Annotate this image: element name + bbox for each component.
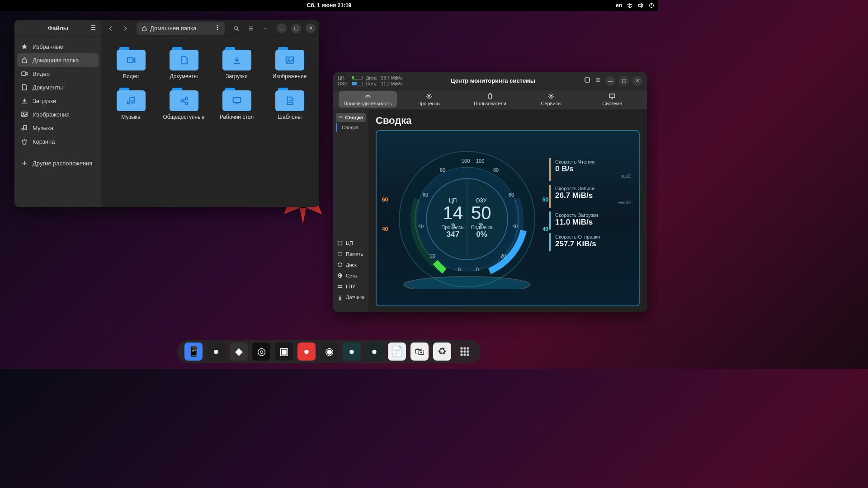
sidebar-item-video[interactable]: Видео [14, 67, 101, 80]
forward-button[interactable] [119, 23, 131, 34]
tick: 100 [462, 158, 470, 164]
lang-indicator[interactable]: en [616, 2, 622, 9]
left-nav-4[interactable]: ГПУ [333, 281, 368, 292]
dock-app-red[interactable]: ● [297, 343, 316, 361]
sidebar-item-label: Корзина [33, 138, 55, 145]
volume-icon[interactable] [637, 2, 644, 9]
image-icon [21, 111, 28, 118]
system-monitor-window: ЦП: Диск:26.7 MiB/s ОЗУ: Сеть:11.2 MiB/s… [333, 72, 647, 312]
left-nav-5[interactable]: Датчики [333, 292, 368, 303]
nav-label: Диск [346, 262, 357, 267]
svg-rect-19 [233, 98, 241, 103]
search-button[interactable] [231, 23, 242, 34]
gauge-panel: 100 100 80 80 60 60 40 40 20 20 0 0 ЦП [376, 130, 640, 306]
folder-desktop[interactable]: Рабочий стол [212, 86, 262, 120]
stat-label: ЦП: [338, 75, 348, 80]
folder-download[interactable]: Загрузки [212, 45, 262, 80]
view-button[interactable] [245, 23, 257, 34]
dock-office[interactable]: 📄 [388, 343, 406, 361]
menu-icon[interactable] [594, 76, 602, 85]
minimize-button[interactable]: — [605, 76, 615, 86]
left-nav-1[interactable]: Память [333, 249, 368, 259]
dock-steam[interactable]: ◉ [320, 343, 338, 361]
monitor-icon [609, 93, 616, 100]
info-item: Скорость Загрузки11.0 MiB/s [549, 211, 631, 230]
sidebar-item-download[interactable]: Загрузки [14, 94, 101, 108]
dock-obs[interactable]: ◎ [252, 343, 270, 361]
sidebar-item-label: Изображения [33, 111, 70, 118]
sidebar-item-trash[interactable]: Корзина [14, 135, 101, 148]
svg-point-21 [428, 95, 430, 97]
tick: 0 [476, 267, 479, 272]
folder-template[interactable]: Шаблоны [264, 86, 315, 120]
svg-point-37 [467, 347, 469, 349]
kebab-icon[interactable] [214, 24, 221, 32]
close-button[interactable]: ✕ [306, 23, 316, 33]
tab-monitor[interactable]: Система [583, 91, 642, 108]
dock-apps-grid[interactable] [456, 343, 474, 361]
sidebar-item-star[interactable]: Избранные [14, 40, 101, 53]
summary-sub[interactable]: Сводка [336, 123, 366, 132]
folder-icon [117, 45, 146, 70]
nav-icon [337, 262, 343, 268]
tab-gear[interactable]: Процессы [400, 91, 458, 108]
maximize-button[interactable]: ▢ [291, 23, 301, 33]
sidebar-item-doc[interactable]: Документы [14, 80, 101, 94]
gauge-value: 50 [471, 204, 491, 222]
dock-recycle[interactable]: ♻ [433, 343, 451, 361]
sidebar-item-music[interactable]: Музыка [14, 121, 101, 135]
folder-share[interactable]: Общедоступные [159, 86, 209, 120]
folder-icon [222, 45, 251, 70]
nav-label: Датчики [346, 295, 364, 300]
folder-image[interactable]: Изображения [264, 45, 315, 80]
dock-store[interactable]: 🛍 [410, 343, 429, 361]
maximize-button[interactable]: ▢ [619, 76, 629, 86]
tab-label: Процессы [417, 101, 440, 106]
close-button[interactable]: ✕ [632, 76, 642, 86]
content-heading: Сводка [376, 115, 640, 127]
minimize-button[interactable]: — [277, 23, 287, 33]
music-icon [21, 124, 28, 131]
sidebar-item-label: Избранные [33, 43, 63, 50]
folder-video[interactable]: Видео [106, 45, 156, 80]
nav-icon [337, 283, 343, 290]
power-icon[interactable] [648, 2, 655, 9]
fm-sidebar: Файлы ИзбранныеДомашняя папкаВидеоДокуме… [14, 20, 101, 207]
left-nav-2[interactable]: Диск [333, 259, 368, 270]
left-nav-0[interactable]: ЦП [333, 238, 368, 249]
svg-rect-25 [338, 241, 342, 245]
svg-point-41 [461, 354, 462, 356]
dock-app-teal[interactable]: ● [343, 343, 361, 361]
sidebar-item-label: Загрузки [33, 98, 56, 104]
nav-label: Память [346, 251, 363, 257]
tab-speed[interactable]: Производительность [339, 91, 397, 108]
summary-pill[interactable]: Сводка [336, 113, 366, 122]
stat-label: Диск: [366, 75, 377, 80]
search-icon[interactable] [584, 76, 591, 85]
sidebar-item-home[interactable]: Домашняя папка [17, 53, 99, 67]
left-nav-3[interactable]: Сеть [333, 270, 368, 281]
folder-doc[interactable]: Документы [159, 45, 209, 80]
tab-label: Сервисы [541, 101, 561, 106]
download-icon [21, 97, 28, 104]
dock-browser[interactable]: ● [207, 343, 225, 361]
tab-gear[interactable]: Сервисы [522, 91, 580, 108]
gauge-value: 0% [471, 230, 493, 239]
back-button[interactable] [105, 23, 117, 34]
folder-music[interactable]: Музыка [106, 86, 156, 120]
sidebar-item-image[interactable]: Изображения [14, 108, 101, 121]
path-bar[interactable]: Домашняя папка [137, 22, 225, 35]
svg-point-43 [467, 354, 469, 356]
info-value: 26.7 MiB/s [555, 191, 631, 200]
tab-mouse[interactable]: Пользователи [461, 91, 519, 108]
sidebar-item-plus[interactable]: Другие расположения [14, 156, 101, 170]
hamburger-icon[interactable] [90, 24, 97, 33]
chevron-down-icon[interactable] [259, 23, 271, 34]
gauge-value: 347 [441, 230, 464, 239]
dock-terminal[interactable]: ▣ [275, 343, 293, 361]
dock-inkscape[interactable]: ◆ [230, 343, 248, 361]
dock-phone[interactable]: 📱 [184, 343, 203, 361]
info-sub: sda2 [555, 174, 631, 178]
network-icon[interactable] [627, 2, 633, 9]
dock-activity[interactable]: ● [365, 343, 383, 361]
